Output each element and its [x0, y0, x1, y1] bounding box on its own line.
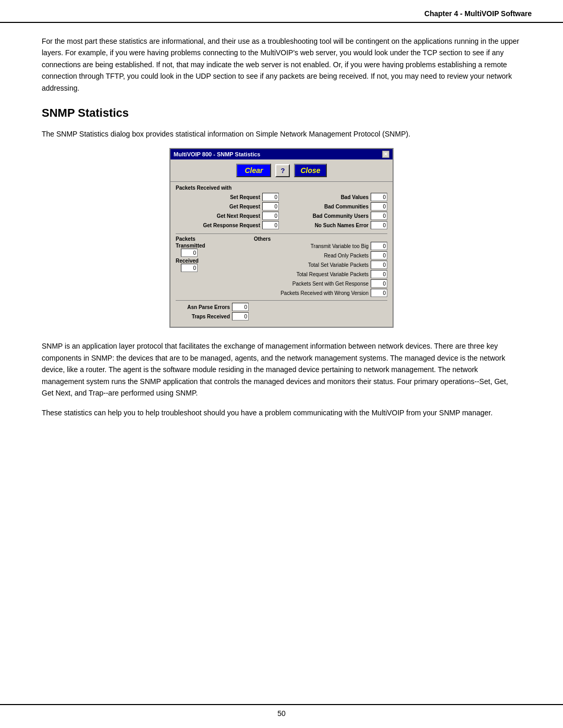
stat-label: Bad Community Users	[313, 213, 369, 219]
others-label: Packets Received with Wrong Version	[280, 290, 369, 296]
description-paragraph-2: These statistics can help you to help tr…	[42, 407, 521, 418]
stat-value: 0	[262, 221, 279, 229]
dialog-titlebar: MultiVOIP 800 - SNMP Statistics ✕	[170, 149, 393, 159]
bottom-stat-value: 0	[232, 303, 249, 311]
stat-label: Bad Values	[341, 194, 369, 200]
bottom-stat-row: Asn Parse Errors0	[176, 303, 249, 311]
packet-value-row: 0	[181, 249, 249, 257]
dialog-toolbar: Clear ? Close	[170, 159, 393, 182]
others-value: 0	[371, 289, 387, 297]
chapter-title: Chapter 4 - MultiVOIP Software	[424, 9, 532, 18]
others-item: Transmit Variable too Big0	[254, 242, 387, 250]
packet-item: Received0	[176, 258, 249, 272]
packet-value: 0	[181, 249, 198, 257]
others-label: Total Request Variable Packets	[297, 272, 369, 277]
bottom-section: Asn Parse Errors0Traps Received0	[176, 300, 387, 322]
others-value: 0	[371, 261, 387, 269]
others-item: Total Set Variable Packets0	[254, 261, 387, 269]
stat-row: Get Response Request0	[176, 221, 279, 229]
section-intro: The SNMP Statistics dialog box provides …	[42, 128, 521, 140]
dialog-title: MultiVOIP 800 - SNMP Statistics	[174, 151, 260, 157]
stat-value: 0	[262, 202, 279, 211]
others-label: Total Set Variable Packets	[308, 262, 369, 268]
others-value: 0	[371, 279, 387, 288]
others-item: Packets Received with Wrong Version0	[254, 289, 387, 297]
others-item: Total Request Variable Packets0	[254, 270, 387, 278]
stat-label: Bad Communities	[324, 204, 369, 209]
page-number: 50	[277, 709, 286, 718]
others-value: 0	[371, 251, 387, 260]
packet-value: 0	[181, 264, 198, 272]
stat-row: Bad Values0	[284, 193, 387, 201]
others-value: 0	[371, 270, 387, 278]
description-paragraph-1: SNMP is an application layer protocol th…	[42, 340, 521, 399]
stat-row: Get Next Request0	[176, 212, 279, 220]
stat-value: 0	[371, 221, 387, 229]
bottom-stat-value: 0	[232, 312, 249, 320]
snmp-dialog: MultiVOIP 800 - SNMP Statistics ✕ Clear …	[169, 148, 394, 328]
others-item: Read Only Packets0	[254, 251, 387, 260]
section-heading: SNMP Statistics	[42, 106, 521, 120]
packet-item: Transmitted0	[176, 243, 249, 257]
stat-value: 0	[262, 193, 279, 201]
stats-left: Set Request0Get Request0Get Next Request…	[176, 193, 279, 230]
page-header: Chapter 4 - MultiVOIP Software	[0, 0, 563, 23]
bottom-stat-row: Traps Received0	[176, 312, 249, 320]
others-item: Packets Sent with Get Response0	[254, 279, 387, 288]
page-footer: 50	[0, 704, 563, 718]
others-section: Others Transmit Variable too Big0Read On…	[254, 236, 387, 298]
stat-value: 0	[371, 202, 387, 211]
packet-label: Received	[176, 258, 249, 264]
others-label: Packets Sent with Get Response	[292, 281, 369, 287]
stat-label: Get Next Request	[217, 213, 260, 219]
stat-value: 0	[371, 193, 387, 201]
dialog-body: Packets Received with Set Request0Get Re…	[170, 182, 393, 327]
stat-row: Bad Community Users0	[284, 212, 387, 220]
packet-label: Transmitted	[176, 243, 249, 249]
stat-value: 0	[262, 212, 279, 220]
packets-received-label: Packets Received with	[176, 185, 387, 191]
bottom-stat-label: Asn Parse Errors	[187, 304, 230, 310]
stat-row: Get Request0	[176, 202, 279, 211]
intro-paragraph: For the most part these statistics are i…	[42, 35, 521, 94]
close-button[interactable]: Close	[294, 164, 326, 177]
others-label: Read Only Packets	[324, 253, 369, 258]
others-header: Others	[254, 236, 387, 242]
stat-label: Set Request	[230, 194, 260, 200]
stat-label: No Such Names Error	[315, 223, 369, 228]
others-value: 0	[371, 242, 387, 250]
stat-row: Bad Communities0	[284, 202, 387, 211]
packets-others-row: Packets Transmitted0Received0 Others Tra…	[176, 233, 387, 298]
clear-button[interactable]: Clear	[236, 164, 271, 177]
stats-grid: Set Request0Get Request0Get Next Request…	[176, 193, 387, 230]
page-content: For the most part these statistics are i…	[0, 23, 563, 448]
help-button[interactable]: ?	[275, 164, 290, 177]
stat-row: No Such Names Error0	[284, 221, 387, 229]
dialog-wrapper: MultiVOIP 800 - SNMP Statistics ✕ Clear …	[42, 148, 521, 328]
asn-traps: Asn Parse Errors0Traps Received0	[176, 303, 249, 322]
stat-label: Get Request	[229, 204, 260, 209]
packets-section: Packets Transmitted0Received0	[176, 236, 249, 298]
packets-header: Packets	[176, 236, 249, 242]
stat-row: Set Request0	[176, 193, 279, 201]
bottom-stat-label: Traps Received	[192, 314, 230, 319]
titlebar-close-icon[interactable]: ✕	[382, 151, 389, 158]
stat-label: Get Response Request	[203, 223, 260, 228]
others-label: Transmit Variable too Big	[311, 243, 369, 249]
stats-right: Bad Values0Bad Communities0Bad Community…	[284, 193, 387, 230]
stat-value: 0	[371, 212, 387, 220]
packet-value-row: 0	[181, 264, 249, 272]
